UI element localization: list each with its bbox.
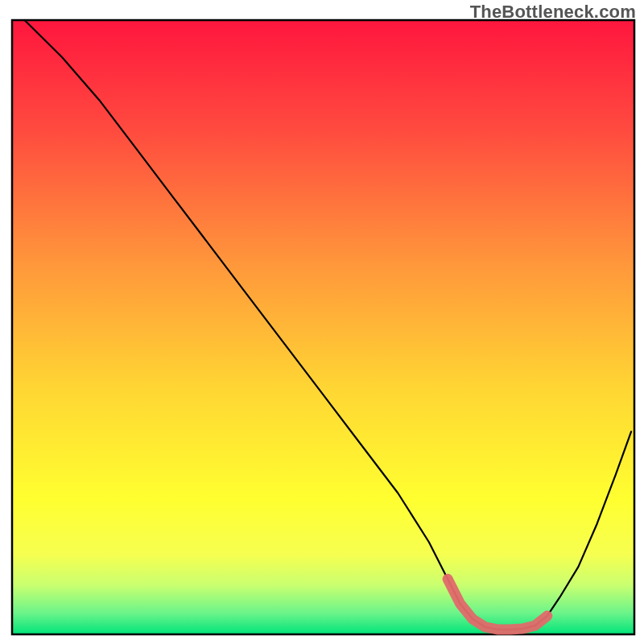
watermark-label: TheBottleneck.com xyxy=(470,2,636,23)
bottleneck-chart xyxy=(0,0,644,644)
gradient-background xyxy=(12,20,634,634)
chart-container: TheBottleneck.com xyxy=(0,0,644,644)
